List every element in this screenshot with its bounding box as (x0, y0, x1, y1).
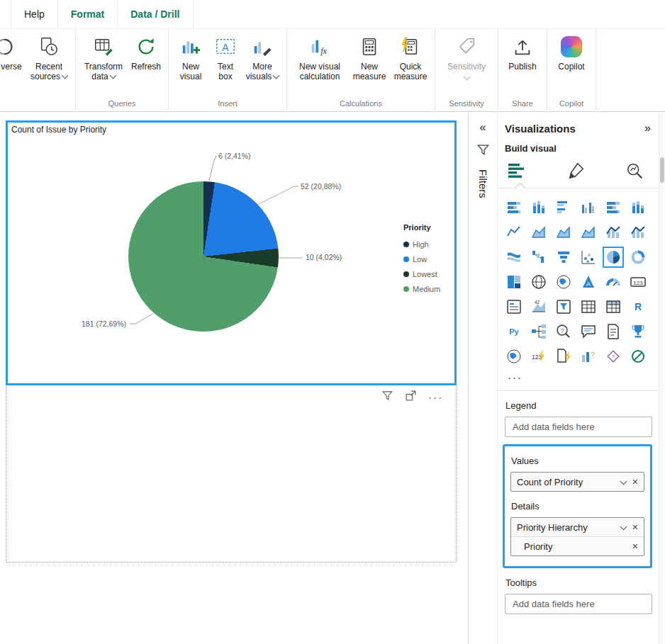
copilot-button[interactable]: Copilot (551, 33, 592, 73)
data-label: 10 (4,02%) (306, 253, 342, 261)
matrix-icon[interactable] (604, 298, 622, 316)
expand-filters-icon[interactable]: « (480, 122, 486, 133)
chevron-down-icon[interactable] (620, 478, 627, 485)
refresh-button[interactable]: Refresh (128, 33, 164, 73)
get-more-visuals[interactable]: ··· (498, 368, 659, 389)
area-chart-icon[interactable] (530, 223, 548, 242)
tab-help[interactable]: Help (11, 0, 58, 28)
clustered-bar-chart-icon[interactable] (554, 198, 573, 217)
pie-chart-icon[interactable] (604, 248, 622, 266)
line-and-stacked-column-chart-icon[interactable] (604, 223, 622, 242)
filter-icon[interactable] (381, 390, 393, 405)
kpi-icon[interactable]: 42 (530, 298, 548, 316)
publish-button[interactable]: Publish (502, 33, 543, 73)
recent-sources-button[interactable]: Recent sources (26, 33, 72, 84)
filters-funnel-icon[interactable] (476, 143, 490, 159)
legend-well-dropzone[interactable]: Add data fields here (505, 417, 652, 437)
tab-data-drill[interactable]: Data / Drill (117, 0, 193, 28)
focus-mode-icon[interactable] (405, 390, 417, 405)
tab-format[interactable]: Format (57, 0, 118, 28)
ribbon-chart-icon[interactable] (505, 248, 523, 266)
decomposition-tree-icon[interactable] (530, 322, 548, 341)
table-icon[interactable] (579, 298, 598, 316)
tooltips-well-dropzone[interactable]: Add data fields here (505, 594, 652, 614)
transform-data-label: Transform data (80, 62, 127, 82)
scorecard-123-lightning-icon[interactable]: 123 (530, 347, 548, 366)
scatter-chart-icon[interactable] (579, 248, 598, 266)
ribbon-group-queries: Transform data Refresh Queries (76, 29, 169, 112)
filters-pane-label[interactable]: Filters (477, 169, 489, 198)
new-visual-button[interactable]: New visual (172, 33, 209, 84)
azure-map-icon[interactable]: A (579, 273, 598, 291)
page-scrollbar[interactable] (659, 112, 665, 644)
funnel-chart-icon[interactable] (554, 248, 573, 266)
stacked-area-chart-icon[interactable] (554, 223, 573, 242)
arcgis-map-icon[interactable] (505, 347, 523, 366)
more-options-icon[interactable]: ··· (428, 391, 443, 403)
donut-chart-icon[interactable] (629, 248, 647, 266)
remove-field-icon[interactable]: × (632, 541, 638, 551)
quick-measure-button[interactable]: Quick measure (390, 33, 431, 84)
format-visual-tab[interactable] (566, 162, 585, 180)
remove-field-icon[interactable]: × (632, 477, 638, 487)
group-label-copilot: Copilot (551, 99, 592, 112)
multi-row-card-icon[interactable] (505, 298, 523, 316)
chart-question-icon[interactable]: ? (579, 347, 598, 366)
chevron-down-icon (273, 72, 280, 79)
legend-label: Lowest (413, 270, 437, 278)
document-lightning-icon[interactable] (554, 347, 573, 366)
more-visuals-button[interactable]: More visuals (242, 33, 283, 84)
scrollbar-thumb[interactable] (660, 157, 664, 183)
collapse-pane-icon[interactable]: » (644, 122, 651, 135)
stacked-column-chart-icon[interactable] (530, 198, 548, 217)
legend-item[interactable]: Medium (403, 281, 440, 296)
100-stacked-area-chart-icon[interactable] (579, 223, 598, 242)
legend-item[interactable]: Lowest (403, 266, 440, 281)
analytics-tab[interactable] (625, 162, 644, 180)
transform-data-button[interactable]: Transform data (79, 33, 128, 84)
dataverse-button[interactable]: verse (0, 33, 26, 73)
smart-narrative-icon[interactable] (579, 322, 598, 341)
map-icon[interactable] (530, 273, 548, 291)
clustered-column-chart-icon[interactable] (579, 198, 598, 217)
stacked-bar-chart-icon[interactable] (505, 198, 523, 217)
chevron-down-icon[interactable] (620, 523, 627, 530)
slicer-icon[interactable] (554, 298, 573, 316)
qa-visual-icon[interactable]: ? (554, 322, 573, 341)
details-subfield[interactable]: Priority × (511, 536, 644, 555)
new-measure-button[interactable]: New measure (349, 33, 390, 84)
gauge-icon[interactable] (604, 273, 622, 291)
new-visual-calculation-button[interactable]: fx New visual calculation (291, 33, 349, 84)
card-icon[interactable]: 123 (629, 273, 647, 291)
line-chart-icon[interactable] (505, 223, 523, 242)
line-and-clustered-column-chart-icon[interactable] (629, 223, 647, 242)
report-canvas[interactable]: Count of Issue by Priority 6 (2,41%) 52 … (0, 112, 468, 644)
pie-chart[interactable] (128, 181, 279, 332)
paginated-report-icon[interactable] (604, 322, 622, 341)
values-field-name: Count of Priority (517, 477, 619, 487)
diamond-question-icon[interactable]: ? (604, 347, 622, 366)
legend-swatch (403, 242, 409, 247)
build-visual-tab[interactable] (506, 161, 526, 181)
r-script-visual-icon[interactable]: R (629, 298, 647, 316)
100-stacked-bar-chart-icon[interactable] (604, 198, 622, 217)
metrics-icon[interactable] (629, 322, 647, 341)
pie-chart-visual[interactable]: Count of Issue by Priority 6 (2,41%) 52 … (6, 120, 457, 385)
pane-mode-tabs (498, 155, 659, 188)
sensitivity-label: Sensitivity (447, 62, 486, 72)
waterfall-chart-icon[interactable] (530, 248, 548, 266)
details-field[interactable]: Priority Hierarchy × (511, 518, 644, 536)
legend-item[interactable]: High (403, 237, 440, 252)
100-stacked-column-chart-icon[interactable] (629, 198, 647, 217)
python-visual-icon[interactable]: Py (505, 322, 523, 341)
treemap-icon[interactable] (505, 273, 523, 291)
sensitivity-button[interactable]: Sensitivity (439, 33, 494, 81)
chevron-down-icon (463, 74, 470, 81)
text-box-button[interactable]: A Text box (209, 33, 242, 84)
slashed-circle-icon[interactable] (629, 347, 647, 366)
remove-field-icon[interactable]: × (632, 522, 638, 532)
legend-item[interactable]: Low (403, 252, 440, 266)
filled-map-icon[interactable] (554, 273, 573, 291)
ribbon-group-data: verse Recent sources (0, 29, 76, 112)
values-field[interactable]: Count of Priority × (511, 473, 644, 491)
